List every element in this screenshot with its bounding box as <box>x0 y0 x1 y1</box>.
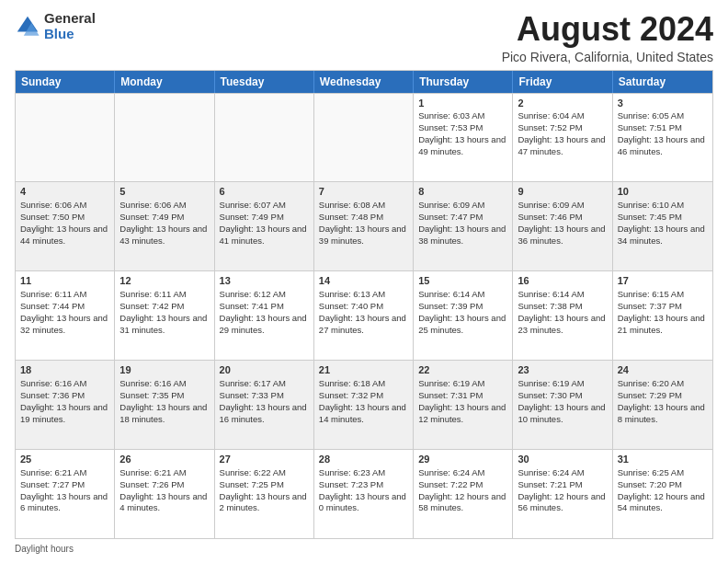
day-info-line: Sunset: 7:36 PM <box>20 390 109 402</box>
day-number: 18 <box>20 363 109 377</box>
day-info-line: Sunset: 7:44 PM <box>20 301 109 313</box>
day-info-line: Sunrise: 6:12 AM <box>220 289 309 301</box>
cal-cell-empty <box>215 94 314 182</box>
day-number: 27 <box>220 453 309 466</box>
day-info-line: Sunrise: 6:23 AM <box>319 467 408 479</box>
day-info-line: Sunrise: 6:18 AM <box>319 378 408 390</box>
cal-cell-day-11: 11Sunrise: 6:11 AMSunset: 7:44 PMDayligh… <box>16 271 115 360</box>
cal-cell-day-13: 13Sunrise: 6:12 AMSunset: 7:41 PMDayligh… <box>215 271 314 360</box>
day-info-line: Sunset: 7:31 PM <box>418 390 507 402</box>
day-info-line: Sunset: 7:29 PM <box>618 390 708 402</box>
cal-cell-day-15: 15Sunrise: 6:14 AMSunset: 7:39 PMDayligh… <box>414 271 513 360</box>
day-info-line: Sunrise: 6:09 AM <box>518 200 607 212</box>
day-info-line: Sunset: 7:45 PM <box>618 212 708 224</box>
cal-header-wednesday: Wednesday <box>314 71 414 93</box>
cal-cell-day-2: 2Sunrise: 6:04 AMSunset: 7:52 PMDaylight… <box>513 94 612 182</box>
day-info-line: Sunset: 7:53 PM <box>418 122 507 134</box>
cal-cell-day-24: 24Sunrise: 6:20 AMSunset: 7:29 PMDayligh… <box>613 361 712 449</box>
day-number: 26 <box>119 453 209 466</box>
day-info-line: Sunrise: 6:14 AM <box>418 289 507 301</box>
cal-header-friday: Friday <box>513 71 612 93</box>
cal-cell-day-28: 28Sunrise: 6:23 AMSunset: 7:23 PMDayligh… <box>314 450 414 538</box>
cal-cell-day-8: 8Sunrise: 6:09 AMSunset: 7:47 PMDaylight… <box>414 182 513 270</box>
day-info-line: Sunrise: 6:09 AM <box>418 200 507 212</box>
day-info-line: Sunset: 7:49 PM <box>220 212 309 224</box>
day-info-line: Sunset: 7:37 PM <box>618 301 708 313</box>
day-info-line: Sunrise: 6:19 AM <box>418 378 507 390</box>
day-info-line: Sunset: 7:21 PM <box>518 479 607 491</box>
day-number: 7 <box>319 185 408 199</box>
day-info-line: Sunrise: 6:17 AM <box>220 378 309 390</box>
day-info-line: Daylight: 13 hours and 32 minutes. <box>20 313 109 337</box>
day-number: 29 <box>418 453 507 466</box>
day-info-line: Sunset: 7:47 PM <box>418 212 507 224</box>
day-info-line: Daylight: 13 hours and 49 minutes. <box>418 134 507 158</box>
footer: Daylight hours <box>15 544 713 554</box>
day-info-line: Sunrise: 6:06 AM <box>119 200 209 212</box>
day-info-line: Sunset: 7:52 PM <box>518 122 607 134</box>
day-info-line: Sunset: 7:38 PM <box>518 301 607 313</box>
cal-cell-day-10: 10Sunrise: 6:10 AMSunset: 7:45 PMDayligh… <box>613 182 712 270</box>
page: General Blue August 2024 Pico Rivera, Ca… <box>0 0 728 563</box>
day-number: 11 <box>20 274 109 288</box>
day-info-line: Sunrise: 6:04 AM <box>518 110 607 122</box>
cal-cell-day-16: 16Sunrise: 6:14 AMSunset: 7:38 PMDayligh… <box>513 271 612 360</box>
day-info-line: Sunset: 7:26 PM <box>119 479 209 491</box>
day-info-line: Daylight: 13 hours and 47 minutes. <box>518 134 607 158</box>
day-number: 15 <box>418 274 507 288</box>
day-number: 16 <box>518 274 607 288</box>
cal-header-thursday: Thursday <box>414 71 513 93</box>
cal-cell-empty <box>16 94 115 182</box>
day-info-line: Daylight: 13 hours and 36 minutes. <box>518 224 607 247</box>
day-info-line: Sunrise: 6:13 AM <box>319 289 408 301</box>
day-info-line: Sunset: 7:30 PM <box>518 390 607 402</box>
day-info-line: Daylight: 13 hours and 18 minutes. <box>119 402 209 426</box>
day-info-line: Sunrise: 6:24 AM <box>418 467 507 479</box>
day-number: 14 <box>319 274 408 288</box>
day-info-line: Daylight: 13 hours and 10 minutes. <box>518 402 607 426</box>
cal-cell-day-30: 30Sunrise: 6:24 AMSunset: 7:21 PMDayligh… <box>513 450 612 538</box>
cal-cell-day-26: 26Sunrise: 6:21 AMSunset: 7:26 PMDayligh… <box>115 450 214 538</box>
day-info-line: Daylight: 13 hours and 14 minutes. <box>319 402 408 426</box>
day-info-line: Sunset: 7:20 PM <box>618 479 708 491</box>
cal-header-tuesday: Tuesday <box>215 71 314 93</box>
cal-cell-day-1: 1Sunrise: 6:03 AMSunset: 7:53 PMDaylight… <box>414 94 513 182</box>
day-info-line: Sunset: 7:51 PM <box>618 122 708 134</box>
cal-week-2: 4Sunrise: 6:06 AMSunset: 7:50 PMDaylight… <box>16 181 712 270</box>
day-number: 31 <box>618 453 708 466</box>
day-number: 9 <box>518 185 607 199</box>
day-info-line: Daylight: 13 hours and 6 minutes. <box>20 491 109 515</box>
day-info-line: Sunset: 7:32 PM <box>319 390 408 402</box>
day-number: 2 <box>518 97 607 110</box>
cal-cell-day-17: 17Sunrise: 6:15 AMSunset: 7:37 PMDayligh… <box>613 271 712 360</box>
day-info-line: Sunset: 7:22 PM <box>418 479 507 491</box>
cal-week-5: 25Sunrise: 6:21 AMSunset: 7:27 PMDayligh… <box>16 449 712 538</box>
day-info-line: Sunrise: 6:14 AM <box>518 289 607 301</box>
day-info-line: Daylight: 13 hours and 39 minutes. <box>319 224 408 247</box>
day-number: 30 <box>518 453 607 466</box>
day-number: 24 <box>618 363 708 377</box>
cal-cell-day-31: 31Sunrise: 6:25 AMSunset: 7:20 PMDayligh… <box>613 450 712 538</box>
day-info-line: Sunrise: 6:10 AM <box>618 200 708 212</box>
day-info-line: Sunrise: 6:11 AM <box>20 289 109 301</box>
day-info-line: Sunrise: 6:24 AM <box>518 467 607 479</box>
day-info-line: Daylight: 13 hours and 12 minutes. <box>418 402 507 426</box>
day-number: 5 <box>119 185 209 199</box>
day-info-line: Sunrise: 6:05 AM <box>618 110 708 122</box>
day-info-line: Sunset: 7:23 PM <box>319 479 408 491</box>
cal-cell-day-4: 4Sunrise: 6:06 AMSunset: 7:50 PMDaylight… <box>16 182 115 270</box>
cal-cell-day-29: 29Sunrise: 6:24 AMSunset: 7:22 PMDayligh… <box>414 450 513 538</box>
day-info-line: Daylight: 13 hours and 44 minutes. <box>20 224 109 247</box>
logo-text: General Blue <box>44 11 96 41</box>
logo-general-text: General <box>44 11 96 27</box>
day-info-line: Sunrise: 6:08 AM <box>319 200 408 212</box>
title-block: August 2024 Pico Rivera, California, Uni… <box>502 11 713 64</box>
day-info-line: Sunset: 7:46 PM <box>518 212 607 224</box>
cal-week-4: 18Sunrise: 6:16 AMSunset: 7:36 PMDayligh… <box>16 360 712 449</box>
cal-header-monday: Monday <box>115 71 214 93</box>
calendar-body: 1Sunrise: 6:03 AMSunset: 7:53 PMDaylight… <box>16 93 712 538</box>
day-info-line: Sunrise: 6:21 AM <box>20 467 109 479</box>
day-info-line: Sunset: 7:33 PM <box>220 390 309 402</box>
subtitle: Pico Rivera, California, United States <box>502 50 713 64</box>
calendar: SundayMondayTuesdayWednesdayThursdayFrid… <box>15 70 713 539</box>
